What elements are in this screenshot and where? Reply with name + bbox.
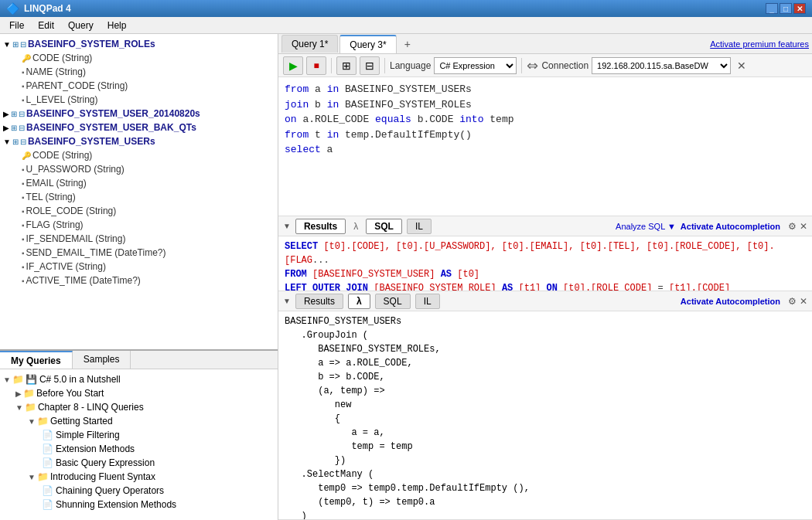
folder-label: Before You Start	[36, 388, 104, 399]
premium-link[interactable]: Activate premium features	[710, 39, 809, 49]
folder-icon: 📁	[23, 388, 35, 399]
field-name: CODE (String)	[32, 150, 92, 161]
query-file[interactable]: 📄 Extension Methods	[2, 442, 276, 456]
settings-icon[interactable]: ⚙	[788, 221, 797, 232]
tab-my-queries[interactable]: My Queries	[0, 351, 73, 369]
connection-label: Connection	[541, 60, 589, 71]
autocompletion-button-2[interactable]: Activate Autocompletion	[681, 297, 780, 306]
field-name: ACTIVE_TIME (DateTime?)	[26, 275, 141, 286]
menu-file[interactable]: File	[3, 19, 30, 32]
field-row[interactable]: ▪ NAME (String)	[0, 65, 278, 79]
menu-query[interactable]: Query	[62, 19, 100, 32]
field-row[interactable]: ▪ IF_ACTIVE (String)	[0, 260, 278, 274]
connection-icon: ⇔	[527, 57, 538, 74]
close-button[interactable]: ✕	[793, 3, 806, 14]
tab-samples[interactable]: Samples	[73, 351, 131, 369]
table-name: BASEINFO_SYSTEM_USER_BAK_QTs	[26, 122, 196, 133]
separator	[384, 58, 385, 73]
field-row[interactable]: ▪ L_LEVEL (String)	[0, 93, 278, 107]
field-row[interactable]: ▪ FLAG (String)	[0, 218, 278, 232]
field-row[interactable]: ▪ ROLE_CODE (String)	[0, 204, 278, 218]
field-name: FLAG (String)	[26, 219, 84, 230]
field-row[interactable]: ▪ EMAIL (String)	[0, 176, 278, 190]
grid-button[interactable]: ⊞	[336, 56, 357, 75]
field-icon: ▪	[22, 165, 25, 174]
field-icon: ▪	[22, 68, 25, 76]
file-label: Simple Filtering	[56, 430, 120, 440]
maximize-button[interactable]: □	[780, 3, 792, 14]
collapse-icon[interactable]: ▼	[283, 297, 291, 305]
close-query-button[interactable]: ✕	[737, 59, 746, 72]
collapse-icon[interactable]: ▼	[283, 222, 291, 230]
table-row[interactable]: ▼ ⊞ ⊟ BASEINFO_SYSTEM_USERs	[0, 134, 278, 148]
settings-icon-2[interactable]: ⚙	[788, 296, 797, 307]
autocompletion-button-1[interactable]: Activate Autocompletion	[681, 222, 780, 231]
menu-help[interactable]: Help	[101, 19, 133, 32]
field-icon: ▪	[22, 179, 25, 188]
query-folder[interactable]: ▼ 📁 Chapter 8 - LINQ Queries	[2, 400, 276, 414]
add-tab-button[interactable]: +	[398, 36, 417, 52]
table-icon: ⊞	[11, 124, 17, 132]
field-name: ROLE_CODE (String)	[26, 206, 117, 216]
il-tab[interactable]: IL	[407, 219, 432, 234]
tab-query3[interactable]: Query 3*	[339, 35, 396, 53]
table-row[interactable]: ▼ ⊞ ⊟ BASEINFO_SYSTEM_ROLEs	[0, 37, 278, 51]
connection-select[interactable]: 192.168.200.115.sa.BaseDW	[592, 57, 731, 74]
field-row[interactable]: ▪ ACTIVE_TIME (DateTime?)	[0, 274, 278, 287]
table2-icon: ⊟	[19, 124, 25, 132]
il-tab-2[interactable]: IL	[415, 294, 440, 309]
field-row[interactable]: ▪ U_PASSWORD (String)	[0, 162, 278, 176]
query-folder[interactable]: ▼ 📁 Introducing Fluent Syntax	[2, 470, 276, 484]
query-editor[interactable]: from a in BASEINFO_SYSTEM_USERs join b i…	[278, 77, 812, 216]
field-row[interactable]: ▪ TEL (String)	[0, 190, 278, 204]
close-results-icon-2[interactable]: ✕	[800, 296, 807, 307]
query-file[interactable]: 📄 Simple Filtering	[2, 428, 276, 442]
minimize-button[interactable]: _	[766, 3, 778, 14]
expand-icon: ▶	[3, 110, 9, 118]
file-icon: 📄	[42, 444, 53, 454]
table-row[interactable]: ▶ ⊞ ⊟ BASEINFO_SYSTEM_USER_BAK_QTs	[0, 121, 278, 134]
query-file[interactable]: 📄 Basic Query Expression	[2, 456, 276, 470]
titlebar: 🔷 LINQPad 4 _ □ ✕	[0, 0, 812, 17]
tab-query1[interactable]: Query 1*	[281, 35, 338, 53]
field-name: IF_ACTIVE (String)	[26, 261, 106, 272]
results-header-1: ▼ Results λ SQL IL Analyze SQL ▼ Activat…	[278, 216, 812, 236]
close-results-icon[interactable]: ✕	[800, 221, 807, 232]
results-section-1: ▼ Results λ SQL IL Analyze SQL ▼ Activat…	[278, 216, 812, 291]
field-row[interactable]: 🔑 CODE (String)	[0, 148, 278, 162]
stop-button[interactable]: ■	[306, 56, 326, 75]
query-folder[interactable]: ▶ 📁 Before You Start	[2, 386, 276, 400]
separator	[331, 58, 332, 73]
field-name: IF_SENDEMAIL (String)	[26, 233, 126, 244]
folder-label: Introducing Fluent Syntax	[50, 471, 155, 482]
query-folder-root[interactable]: ▼ 📁 💾 C# 5.0 in a Nutshell	[2, 372, 276, 386]
menu-edit[interactable]: Edit	[32, 19, 60, 32]
field-row[interactable]: 🔑 CODE (String)	[0, 51, 278, 65]
run-button[interactable]: ▶	[283, 56, 303, 75]
sql-tab-2[interactable]: SQL	[375, 294, 411, 309]
query-file[interactable]: 📄 Shunning Extension Methods	[2, 498, 276, 512]
field-name: CODE (String)	[32, 53, 92, 63]
field-row[interactable]: ▪ PARENT_CODE (String)	[0, 79, 278, 93]
query-folder[interactable]: ▼ 📁 Getting Started	[2, 414, 276, 428]
folder-label: Getting Started	[50, 416, 113, 427]
query-tab-bar: Query 1* Query 3* + Activate premium fea…	[278, 34, 812, 54]
lambda-tab[interactable]: λ	[348, 294, 370, 309]
table-row[interactable]: ▶ ⊞ ⊟ BASEINFO_SYSTEM_USER_20140820s	[0, 107, 278, 121]
analyze-button[interactable]: Analyze SQL ▼	[616, 222, 676, 231]
sql-tab[interactable]: SQL	[366, 219, 402, 234]
query-file[interactable]: 📄 Chaining Query Operators	[2, 484, 276, 498]
language-select[interactable]: C# Expression C# Statement(s) VB Express…	[434, 57, 517, 74]
drive-icon: 💾	[26, 374, 37, 385]
field-row[interactable]: ▪ SEND_EMAIL_TIME (DateTime?)	[0, 246, 278, 260]
field-row[interactable]: ▪ IF_SENDEMAIL (String)	[0, 232, 278, 246]
results-header-2: ▼ Results λ SQL IL Activate Autocompleti…	[278, 291, 812, 311]
expand-icon: ▼	[3, 376, 11, 384]
expand-icon: ▶	[3, 124, 9, 132]
field-name: TEL (String)	[26, 192, 76, 202]
field-name: L_LEVEL (String)	[26, 94, 98, 105]
grid2-button[interactable]: ⊟	[360, 56, 380, 75]
table2-icon: ⊟	[20, 138, 26, 146]
field-icon: ▪	[22, 207, 25, 216]
field-icon: ▪	[22, 263, 25, 271]
